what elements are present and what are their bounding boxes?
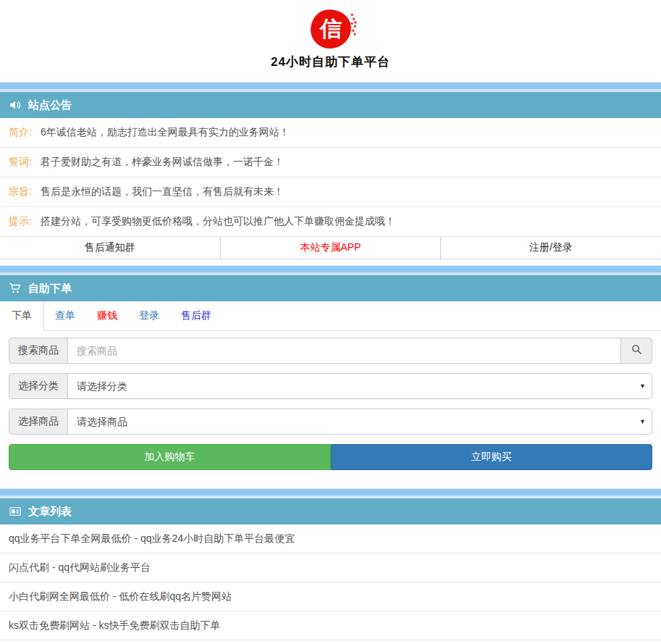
- site-header: 信 24小时自助下单平台: [0, 0, 661, 82]
- articles-header: 文章列表: [0, 498, 661, 524]
- announcement-panel: 站点公告 简介: 6年诚信老站，励志打造出全网最具有实力的业务网站！ 誓词: 君…: [0, 92, 661, 259]
- articles-header-label: 文章列表: [28, 505, 72, 519]
- product-label: 选择商品: [9, 409, 68, 435]
- site-logo: 信: [309, 8, 353, 50]
- order-form: 搜索商品 选择分类 请选择分类 ▼ 选择商品: [0, 331, 661, 488]
- quick-links-row: 售后通知群 本站专属APP 注册/登录: [0, 237, 661, 259]
- announcement-text: 君子爱财助之有道，梓豪业务网诚信做事，一诺千金！: [41, 156, 284, 169]
- tab-login[interactable]: 登录: [128, 301, 170, 330]
- product-select[interactable]: 请选择商品: [67, 409, 652, 435]
- announcement-header-label: 站点公告: [28, 99, 72, 112]
- divider-strip: [0, 82, 661, 92]
- tab-aftersale-group[interactable]: 售后群: [170, 301, 222, 330]
- announcement-row: 简介: 6年诚信老站，励志打造出全网最具有实力的业务网站！: [0, 118, 661, 148]
- category-select-wrap: 请选择分类 ▼: [67, 373, 652, 399]
- announcement-header: 站点公告: [0, 92, 661, 118]
- page: 信 24小时自助下单平台 站点公告 简介: 6年诚信老站，励志打造出全网最具有实…: [0, 0, 661, 644]
- articles-panel: 文章列表 qq业务平台下单全网最低价 - qq业务24小时自助下单平台最便宜 闪…: [0, 498, 661, 640]
- product-group: 选择商品 请选择商品 ▼: [9, 409, 652, 435]
- article-item[interactable]: 小白代刷网全网最低价 - 低价在线刷qq名片赞网站: [0, 582, 661, 611]
- divider-strip: [0, 488, 661, 498]
- announcement-text: 6年诚信老站，励志打造出全网最具有实力的业务网站！: [41, 126, 290, 139]
- product-select-wrap: 请选择商品 ▼: [67, 409, 652, 435]
- search-icon: [631, 343, 643, 358]
- cart-icon: [9, 282, 22, 295]
- search-input[interactable]: [67, 338, 621, 364]
- announcement-row: 宗旨: 售后是永恒的话题，我们一直坚信，有售后就有未来！: [0, 177, 661, 207]
- category-label: 选择分类: [9, 373, 68, 399]
- speaker-icon: [9, 99, 22, 112]
- announcement-label: 简介:: [9, 126, 32, 139]
- order-panel-header: 自助下单: [0, 275, 661, 301]
- logo-character: 信: [320, 14, 342, 44]
- announcement-label: 宗旨:: [9, 185, 32, 198]
- divider-strip: [0, 265, 661, 275]
- order-panel: 自助下单 下单 查单 赚钱 登录 售后群 搜索商品 选择分类: [0, 275, 661, 488]
- category-group: 选择分类 请选择分类 ▼: [9, 373, 652, 399]
- search-label: 搜索商品: [9, 338, 68, 364]
- article-item[interactable]: 闪点代刷 - qq代网站刷业务平台: [0, 553, 661, 582]
- tab-check-order[interactable]: 查单: [44, 301, 86, 330]
- order-tabs: 下单 查单 赚钱 登录 售后群: [0, 301, 661, 331]
- category-select[interactable]: 请选择分类: [67, 373, 652, 399]
- announcement-label: 誓词:: [9, 156, 32, 169]
- article-item[interactable]: qq业务平台下单全网最低价 - qq业务24小时自助下单平台最便宜: [0, 524, 661, 553]
- article-item[interactable]: ks双击免费刷网站 - ks快手免费刷双击自助下单: [0, 611, 661, 640]
- announcement-text: 售后是永恒的话题，我们一直坚信，有售后就有未来！: [41, 185, 284, 198]
- action-buttons-row: 加入购物车 立即购买: [9, 444, 652, 470]
- logo-seal-texture: [350, 14, 353, 16]
- site-app-link[interactable]: 本站专属APP: [221, 237, 442, 259]
- search-group: 搜索商品: [9, 338, 652, 364]
- announcement-text: 搭建分站，可享受购物更低价格哦，分站也可以推广他人下单赚取佣金提成哦！: [41, 215, 395, 228]
- newspaper-icon: [9, 505, 22, 518]
- register-login-link[interactable]: 注册/登录: [441, 237, 661, 259]
- buy-now-button[interactable]: 立即购买: [331, 444, 653, 470]
- aftersale-group-link[interactable]: 售后通知群: [0, 237, 221, 259]
- add-to-cart-button[interactable]: 加入购物车: [9, 444, 331, 470]
- announcement-row: 提示: 搭建分站，可享受购物更低价格哦，分站也可以推广他人下单赚取佣金提成哦！: [0, 207, 661, 237]
- search-button[interactable]: [620, 338, 652, 364]
- site-title: 24小时自助下单平台: [271, 54, 390, 70]
- announcement-row: 誓词: 君子爱财助之有道，梓豪业务网诚信做事，一诺千金！: [0, 148, 661, 177]
- tab-place-order[interactable]: 下单: [0, 301, 44, 331]
- announcement-label: 提示:: [9, 215, 32, 228]
- order-panel-header-label: 自助下单: [28, 282, 72, 296]
- tab-earn-money[interactable]: 赚钱: [86, 301, 128, 330]
